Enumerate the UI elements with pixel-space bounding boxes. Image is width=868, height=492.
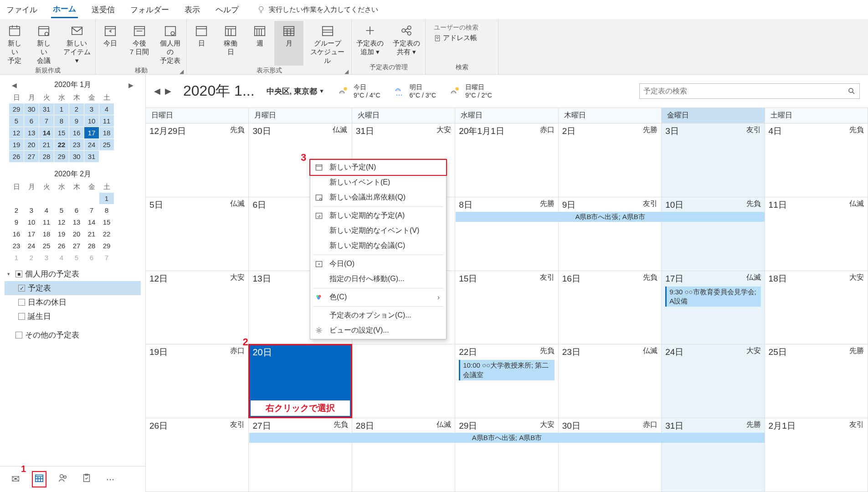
month-view-button[interactable]: 月: [274, 21, 303, 66]
day-cell[interactable]: 12日大安: [146, 271, 249, 344]
day-cell[interactable]: 30日赤口: [559, 418, 662, 492]
checkbox-icon[interactable]: [15, 332, 22, 338]
search-people-input[interactable]: [434, 24, 484, 31]
tell-me[interactable]: 実行したい作業を入力してください: [257, 5, 378, 14]
day-cell[interactable]: 8日先勝: [455, 197, 558, 271]
day-cell[interactable]: 29日大安: [455, 418, 558, 492]
new-item-button[interactable]: 新しい アイテム ▾: [58, 21, 95, 66]
tree-personal[interactable]: ▾■個人用の予定表: [5, 267, 141, 281]
ctx-new-event[interactable]: 新しいイベント(E): [310, 175, 446, 190]
menu-view[interactable]: 表示: [183, 2, 202, 18]
event-item[interactable]: 9:30 ○○市教育委員会見学会; A設備: [665, 287, 760, 307]
work-week-view-button[interactable]: 稼働日: [216, 21, 245, 66]
location-picker[interactable]: 中央区, 東京都 ▼: [267, 86, 324, 97]
menu-sendrecv[interactable]: 送受信: [90, 2, 117, 18]
ctx-new-recurring-meeting[interactable]: 新しい定期的な会議(C): [310, 238, 446, 253]
checkbox-icon[interactable]: [18, 313, 25, 320]
dialog-launcher-icon[interactable]: ◢: [180, 68, 184, 75]
day-cell[interactable]: [352, 344, 455, 418]
event-span[interactable]: A県B市へ出張; A県B市: [456, 212, 765, 222]
new-appointment-button[interactable]: 新しい 予定: [0, 21, 29, 66]
tree-holiday[interactable]: 日本の休日: [5, 295, 141, 309]
weather-tomorrow[interactable]: 明日6°C / 3°C: [392, 83, 437, 99]
ctx-today[interactable]: 今日(O): [310, 256, 446, 272]
selected-day[interactable]: 2 20日 右クリックで選択: [248, 344, 352, 418]
calendar-nav-icon[interactable]: [32, 471, 46, 487]
ctx-new-appointment[interactable]: 新しい予定(N): [310, 160, 446, 175]
day-cell[interactable]: 9日友引: [559, 197, 662, 271]
day-cell[interactable]: 25日先勝: [765, 344, 868, 418]
day-cell[interactable]: 4日先負: [765, 123, 868, 197]
month-grid[interactable]: 12月29日先負 30日仏滅 31日大安 20年1月1日赤口 2日先勝 3日友引…: [146, 123, 868, 492]
tell-me-label: 実行したい作業を入力してください: [269, 5, 378, 14]
event-span[interactable]: A県B市へ出張; A県B市: [249, 433, 765, 443]
calendar-search[interactable]: [639, 83, 860, 99]
today-button[interactable]: 今日: [96, 21, 125, 66]
day-cell[interactable]: 5日仏滅: [146, 197, 249, 271]
checkbox-icon[interactable]: ■: [15, 271, 22, 277]
next-period[interactable]: ▶: [165, 86, 171, 96]
add-calendar-button[interactable]: 予定表の 追加 ▾: [352, 21, 388, 62]
day-cell[interactable]: 19日赤口: [146, 344, 249, 418]
ctx-calendar-options[interactable]: 予定表のオプション(C)...: [310, 308, 446, 323]
share-calendar-button[interactable]: 予定表の 共有 ▾: [388, 21, 425, 62]
ctx-new-meeting-request[interactable]: 新しい会議出席依頼(Q): [310, 190, 446, 205]
tree-birthday[interactable]: 誕生日: [5, 309, 141, 323]
mini-calendar-jan[interactable]: 日月火水木金土 2930311234 567891011 12131415161…: [9, 92, 136, 162]
day-cell[interactable]: 15日友引: [455, 271, 558, 344]
checkbox-icon[interactable]: ✓: [18, 285, 25, 292]
people-nav-icon[interactable]: [56, 473, 70, 486]
prev-period[interactable]: ◀: [154, 86, 160, 96]
menu-home[interactable]: ホーム: [51, 1, 78, 18]
day-cell[interactable]: 18日大安: [765, 271, 868, 344]
personal-calendar-button[interactable]: 個人用の 予定表: [154, 21, 186, 66]
menu-folder[interactable]: フォルダー: [128, 2, 171, 18]
day-cell[interactable]: 12月29日先負: [146, 123, 249, 197]
dialog-launcher-icon[interactable]: ◢: [344, 68, 349, 75]
schedule-view-button[interactable]: グループ スケジュール: [303, 21, 351, 66]
address-book-button[interactable]: アドレス帳: [434, 31, 477, 42]
weather-sunday[interactable]: 日曜日9°C / 2°C: [448, 83, 492, 99]
week-view-button[interactable]: 週: [245, 21, 274, 66]
day-cell[interactable]: 26日友引: [146, 418, 249, 492]
tree-other[interactable]: その他の予定表: [5, 328, 141, 342]
day-cell[interactable]: 31日先勝: [662, 418, 765, 492]
mail-nav-icon[interactable]: ✉: [8, 473, 23, 485]
day-cell[interactable]: 11日仏滅: [765, 197, 868, 271]
day-cell[interactable]: 10日先負: [662, 197, 765, 271]
mini-prev[interactable]: ◀: [12, 82, 17, 89]
ctx-new-recurring-appointment[interactable]: 新しい定期的な予定(A): [310, 208, 446, 223]
day-cell[interactable]: 22日先負10:00 ○○大学教授来所; 第二会議室: [455, 344, 558, 418]
day-cell[interactable]: 3日友引: [662, 123, 765, 197]
plus-icon: [363, 24, 377, 37]
weather-today[interactable]: 今日9°C / 4°C: [336, 83, 380, 99]
ctx-goto-date[interactable]: 指定の日付へ移動(G)...: [310, 272, 446, 287]
tasks-nav-icon[interactable]: [79, 473, 94, 486]
event-item[interactable]: 10:00 ○○大学教授来所; 第二会議室: [459, 360, 554, 380]
ctx-color[interactable]: 色(C)›: [310, 290, 446, 305]
menu-help[interactable]: ヘルプ: [214, 2, 241, 18]
menu-file[interactable]: ファイル: [5, 2, 39, 18]
ctx-new-recurring-event[interactable]: 新しい定期的なイベント(V): [310, 223, 446, 238]
day-cell[interactable]: 16日先負: [559, 271, 662, 344]
mini-calendar-feb[interactable]: 日月火水木金土 1 2345678 9101112131415 16171819…: [9, 182, 136, 263]
day-cell[interactable]: 2 20日 右クリックで選択: [249, 344, 352, 418]
more-nav-icon[interactable]: ···: [103, 473, 118, 485]
tree-calendar[interactable]: ✓予定表: [5, 281, 141, 295]
calendar-search-input[interactable]: [643, 87, 847, 95]
new-meeting-button[interactable]: 新しい 会議: [29, 21, 58, 66]
next-7-days-button[interactable]: 今後 7 日間: [125, 21, 154, 66]
mini-next[interactable]: ▶: [128, 82, 134, 89]
day-cell[interactable]: 2日先勝: [559, 123, 662, 197]
day-cell[interactable]: 17日仏滅9:30 ○○市教育委員会見学会; A設備: [662, 271, 765, 344]
day-cell[interactable]: 20年1月1日赤口: [455, 123, 558, 197]
day-cell[interactable]: 24日大安: [662, 344, 765, 418]
day-cell[interactable]: 28日仏滅: [352, 418, 455, 492]
day-cell[interactable]: 2月1日友引: [765, 418, 868, 492]
day-cell[interactable]: 23日仏滅: [559, 344, 662, 418]
ctx-view-settings[interactable]: ビューの設定(V)...: [310, 323, 446, 338]
day-cell[interactable]: 27日先負: [249, 418, 352, 492]
checkbox-icon[interactable]: [18, 299, 25, 306]
day-view-button[interactable]: 日: [187, 21, 216, 66]
search-icon[interactable]: [847, 87, 856, 95]
